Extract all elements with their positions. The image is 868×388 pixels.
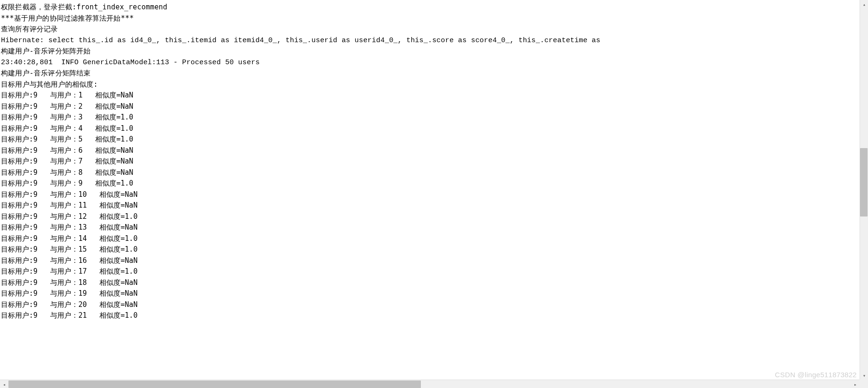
similarity-row: 目标用户:9 与用户：21 相似度=1.0	[1, 310, 858, 321]
target-user-label: 目标用户:	[1, 91, 33, 99]
target-user-id: 9	[33, 278, 37, 287]
target-user-id: 9	[33, 113, 37, 121]
similarity-row: 目标用户:9 与用户：18 相似度=NaN	[1, 277, 858, 289]
similarity-label: 相似度=	[99, 190, 125, 199]
vertical-scrollbar[interactable]: ▴ ▾	[860, 0, 868, 380]
compare-user-id: 11	[78, 201, 87, 209]
spacer	[82, 91, 95, 99]
spacer	[37, 311, 50, 320]
similarity-row: 目标用户:9 与用户：1 相似度=NaN	[1, 90, 858, 101]
spacer	[37, 135, 50, 143]
similarity-row: 目标用户:9 与用户：4 相似度=1.0	[1, 123, 858, 134]
scroll-left-arrow-icon[interactable]: ◂	[0, 380, 8, 388]
similarity-label: 相似度=	[99, 267, 125, 276]
similarity-row: 目标用户:9 与用户：7 相似度=NaN	[1, 156, 858, 167]
target-user-id: 9	[33, 234, 37, 243]
similarity-label: 相似度=	[95, 124, 120, 133]
target-user-label: 目标用户:	[1, 157, 33, 165]
spacer	[82, 168, 95, 177]
target-user-id: 9	[33, 212, 37, 221]
log-line: Hibernate: select this_.id as id4_0_, th…	[1, 35, 858, 46]
similarity-value: 1.0	[120, 179, 133, 187]
compare-user-id: 20	[78, 300, 87, 309]
spacer	[37, 124, 50, 133]
spacer	[37, 278, 50, 287]
target-user-label: 目标用户:	[1, 223, 33, 231]
target-user-label: 目标用户:	[1, 311, 33, 320]
target-user-id: 9	[33, 168, 37, 177]
horizontal-scrollbar[interactable]: ◂ ▸	[0, 380, 860, 388]
log-line: 构建用户-音乐评分矩阵开始	[1, 46, 858, 57]
spacer	[87, 267, 99, 276]
spacer	[82, 146, 95, 155]
similarity-value: 1.0	[125, 267, 137, 276]
spacer	[37, 179, 50, 187]
spacer	[37, 113, 50, 121]
compare-user-label: 与用户：	[50, 245, 78, 254]
compare-user-label: 与用户：	[50, 300, 78, 309]
compare-user-label: 与用户：	[50, 102, 78, 111]
target-user-label: 目标用户:	[1, 256, 33, 265]
spacer	[87, 223, 99, 231]
spacer	[87, 289, 99, 298]
horizontal-scrollbar-thumb[interactable]	[8, 381, 421, 388]
spacer	[82, 135, 95, 143]
compare-user-id: 9	[78, 179, 82, 187]
similarity-value: NaN	[125, 278, 137, 287]
spacer	[82, 124, 95, 133]
spacer	[37, 168, 50, 177]
target-user-id: 9	[33, 311, 37, 320]
compare-user-label: 与用户：	[50, 223, 78, 231]
target-user-label: 目标用户:	[1, 278, 33, 287]
target-user-label: 目标用户:	[1, 124, 33, 133]
spacer	[87, 311, 99, 320]
spacer	[87, 300, 99, 309]
target-user-id: 9	[33, 91, 37, 99]
target-user-label: 目标用户:	[1, 212, 33, 221]
target-user-id: 9	[33, 190, 37, 199]
similarity-label: 相似度=	[99, 311, 125, 320]
compare-user-id: 17	[78, 267, 87, 276]
scroll-right-arrow-icon[interactable]: ▸	[851, 380, 860, 388]
spacer	[82, 157, 95, 165]
similarity-value: NaN	[120, 146, 133, 155]
target-user-id: 9	[33, 102, 37, 111]
log-line: 权限拦截器，登录拦截:front_index_recommend	[1, 2, 858, 13]
scroll-up-arrow-icon[interactable]: ▴	[860, 0, 868, 8]
target-user-label: 目标用户:	[1, 168, 33, 177]
target-user-label: 目标用户:	[1, 300, 33, 309]
log-line: 构建用户-音乐评分矩阵结束	[1, 68, 858, 79]
similarity-label: 相似度=	[95, 102, 120, 111]
similarity-label: 相似度=	[99, 289, 125, 298]
compare-user-label: 与用户：	[50, 179, 78, 187]
compare-user-label: 与用户：	[50, 212, 78, 221]
similarity-label: 相似度=	[95, 168, 120, 177]
spacer	[87, 245, 99, 254]
spacer	[87, 256, 99, 265]
similarity-label: 相似度=	[99, 223, 125, 231]
scroll-down-arrow-icon[interactable]: ▾	[860, 371, 868, 380]
spacer	[37, 201, 50, 209]
log-line: 目标用户与其他用户的相似度:	[1, 79, 858, 90]
similarity-value: 1.0	[125, 245, 137, 254]
target-user-id: 9	[33, 267, 37, 276]
vertical-scrollbar-thumb[interactable]	[860, 148, 868, 216]
compare-user-id: 3	[78, 113, 82, 121]
target-user-label: 目标用户:	[1, 267, 33, 276]
similarity-label: 相似度=	[99, 300, 125, 309]
compare-user-id: 12	[78, 212, 87, 221]
spacer	[87, 201, 99, 209]
similarity-row: 目标用户:9 与用户：8 相似度=NaN	[1, 167, 858, 179]
target-user-label: 目标用户:	[1, 234, 33, 243]
similarity-value: 1.0	[120, 124, 133, 133]
compare-user-id: 10	[78, 190, 87, 199]
similarity-label: 相似度=	[95, 179, 120, 187]
similarity-value: NaN	[125, 201, 137, 209]
compare-user-label: 与用户：	[50, 91, 78, 99]
log-line: 23:40:28,801 INFO GenericDataModel:113 -…	[1, 57, 858, 68]
spacer	[82, 102, 95, 111]
compare-user-label: 与用户：	[50, 124, 78, 133]
target-user-id: 9	[33, 223, 37, 231]
similarity-label: 相似度=	[99, 201, 125, 209]
compare-user-id: 16	[78, 256, 87, 265]
